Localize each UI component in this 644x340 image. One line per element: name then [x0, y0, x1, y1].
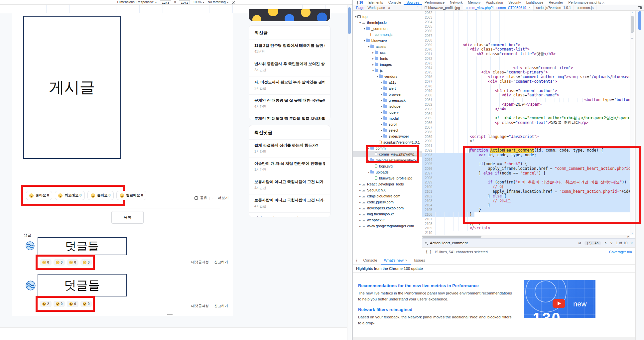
reaction-chip[interactable]: 2 — [40, 301, 52, 307]
chevron-right-icon[interactable]: ▸ — [380, 135, 383, 138]
code-line[interactable]: 2076<figure class="comment-author-img"><… — [422, 75, 630, 79]
chevron-right-icon[interactable]: ▸ — [380, 123, 383, 126]
line-number[interactable]: 2079 — [422, 89, 432, 93]
close-search-icon[interactable]: × — [630, 241, 633, 245]
inspect-element-icon[interactable] — [355, 1, 358, 4]
share-button[interactable]: 공유 — [200, 195, 207, 200]
list-item[interactable]: 법사위 종합감사 후 국민들에게 보여진 상황은2시간전 — [249, 58, 330, 76]
chevron-down-icon[interactable]: ▾ — [354, 15, 357, 18]
drawer-tab-issues[interactable]: Issues — [411, 256, 429, 265]
line-number[interactable]: 2095 — [422, 162, 432, 167]
tree-item-assets[interactable]: ▾assets — [353, 44, 422, 50]
devtools-tab-lighthouse[interactable]: Lighthouse — [524, 0, 546, 5]
tree-item-css[interactable]: ▸css — [353, 50, 422, 56]
scroll-up-icon[interactable]: ▲ — [630, 11, 634, 14]
list-item[interactable]: 문재인 전 대통령 딸 문다혜 엄중 처벌하라'5시간전 — [249, 113, 330, 120]
reaction-chip[interactable]: 0 — [67, 301, 78, 307]
sidebar-banner-image[interactable] — [249, 9, 330, 21]
code-line[interactable]: 2084 — [422, 112, 630, 116]
drawer-tab-console[interactable]: Console — [360, 256, 381, 265]
line-number[interactable]: 2087 — [422, 125, 432, 130]
tree-item-alert[interactable]: ▸alert — [353, 85, 422, 91]
code-line[interactable]: 2065 — [422, 24, 630, 29]
file-tab-common-js[interactable]: common.js — [574, 5, 596, 10]
tree-item-select[interactable]: ▸select — [353, 127, 422, 133]
drawer-tab-what-s-new[interactable]: What's new× — [381, 256, 411, 265]
reaction-chip[interactable]: 0 — [54, 259, 65, 266]
line-number[interactable]: 2069 — [422, 43, 432, 48]
line-number[interactable]: 2094 — [422, 158, 432, 162]
tree-item-bluewave-profile-jpg[interactable]: bluewave_profile.jpg — [353, 175, 422, 181]
line-number[interactable]: 2109 — [422, 226, 432, 231]
tree-item-img-theminjoo-kr[interactable]: ▸☁img.theminjoo.kr — [353, 211, 422, 217]
list-item[interactable]: 자, 이정도까지 봤으면 누가 살아있는 권력…2시간전 — [249, 76, 330, 94]
tree-item-cdnjs-cloudflare-com[interactable]: ▸☁cdnjs.cloudflare.com — [353, 193, 422, 199]
page-scrollbar[interactable] — [347, 5, 351, 340]
devtools-tab-recorder[interactable]: Recorder — [546, 0, 566, 5]
scrollbar-thumb[interactable] — [638, 11, 641, 30]
reaction-chip[interactable]: 좋아요 8 — [26, 191, 52, 200]
line-number[interactable]: 2076 — [422, 75, 432, 79]
tab-page[interactable]: Page — [356, 5, 364, 10]
whats-new-heading-link[interactable]: Recommendations for the new live metrics… — [358, 283, 479, 288]
report-button[interactable]: 신고하기 — [214, 304, 228, 308]
line-number[interactable]: 2096 — [422, 167, 432, 171]
code-line[interactable]: 2083</h4> — [422, 107, 630, 112]
line-number[interactable]: 2097 — [422, 171, 432, 176]
tree-item-modal[interactable]: ▸modal — [353, 115, 422, 121]
line-number[interactable]: 2106 — [422, 212, 432, 217]
line-number[interactable]: 2063 — [422, 15, 432, 20]
chevron-right-icon[interactable]: ▸ — [380, 87, 383, 90]
chevron-right-icon[interactable]: ▸ — [380, 99, 383, 102]
chevron-right-icon[interactable]: ▸ — [358, 201, 362, 204]
code-line[interactable]: 2073 — [422, 61, 630, 66]
line-number[interactable]: 2082 — [422, 102, 432, 107]
line-number[interactable]: 2077 — [422, 79, 432, 84]
tab-workspace[interactable]: Workspace — [368, 6, 385, 10]
chevron-right-icon[interactable]: ▸ — [358, 195, 362, 198]
chevron-down-icon[interactable]: ▾ — [358, 21, 362, 24]
line-number[interactable]: 2108 — [422, 222, 432, 226]
chevron-right-icon[interactable]: ▸ — [371, 57, 375, 60]
devtools-tab-network[interactable]: Network — [447, 0, 465, 5]
tree-item-scroll[interactable]: ▸scroll — [353, 121, 422, 127]
chevron-down-icon[interactable]: ▾ — [363, 27, 366, 30]
devtools-tab-console[interactable]: Console — [386, 0, 404, 5]
reply-button[interactable]: 대댓글작성 — [192, 304, 209, 308]
more-tabs-icon[interactable]: » — [388, 6, 390, 10]
devtools-tab-security[interactable]: Security — [506, 0, 524, 5]
list-item[interactable]: 이승만이 개.자.식 처럼 한반도에 전쟁을 일…1시간전 — [249, 158, 330, 176]
tree-item-greensock[interactable]: ▸greensock — [353, 97, 422, 103]
line-number[interactable]: 2062 — [422, 11, 432, 15]
reaction-chip[interactable]: 0 — [54, 301, 65, 307]
line-number[interactable]: 2100 — [422, 185, 432, 189]
devtools-tab-performance[interactable]: Performance — [422, 0, 447, 5]
dimensions-dropdown[interactable]: Dimensions: Responsive ▼ — [117, 0, 157, 4]
share-icon[interactable] — [194, 196, 198, 200]
line-number[interactable]: 2110 — [422, 231, 432, 235]
tree-item-uploads[interactable]: ▾uploads — [353, 169, 422, 175]
tree-item-vendors[interactable]: ▾vendors — [353, 73, 422, 79]
list-item[interactable]: 문재인 전 대통령 딸 잘 못에 대한 국민들에…4시간전 — [249, 94, 330, 113]
code-line[interactable]: 2090<!-- — [422, 139, 630, 144]
line-number[interactable]: 2086 — [422, 121, 432, 125]
chevron-right-icon[interactable]: ▸ — [358, 207, 362, 210]
reaction-chip[interactable]: 별로예요 0 — [116, 191, 146, 200]
reaction-chip[interactable]: 최고예요 0 — [55, 191, 85, 200]
reaction-chip[interactable]: 0 — [80, 301, 92, 307]
line-number[interactable]: 2091 — [422, 144, 432, 148]
line-number[interactable]: 2067 — [422, 34, 432, 38]
line-number[interactable]: 2101 — [422, 189, 432, 194]
devtools-tab-elements[interactable]: Elements — [366, 0, 386, 5]
tree-item-top[interactable]: ▾top — [353, 14, 422, 20]
chevron-right-icon[interactable]: ▸ — [371, 51, 375, 54]
line-number[interactable]: 2072 — [422, 57, 432, 61]
chevron-right-icon[interactable]: ▸ — [380, 111, 383, 114]
clear-search-icon[interactable]: ⊗ — [578, 241, 581, 245]
viewport-height-input[interactable]: 1071 — [179, 0, 190, 4]
tree-item-slider-swiper[interactable]: ▸slider/swiper — [353, 133, 422, 139]
previous-match-icon[interactable]: ∧ — [604, 241, 607, 245]
editor-horizontal-scrollbar[interactable]: ▶ — [422, 235, 630, 238]
line-number[interactable]: 2070 — [422, 47, 432, 52]
coverage-link[interactable]: Coverage: n/a — [609, 250, 632, 254]
